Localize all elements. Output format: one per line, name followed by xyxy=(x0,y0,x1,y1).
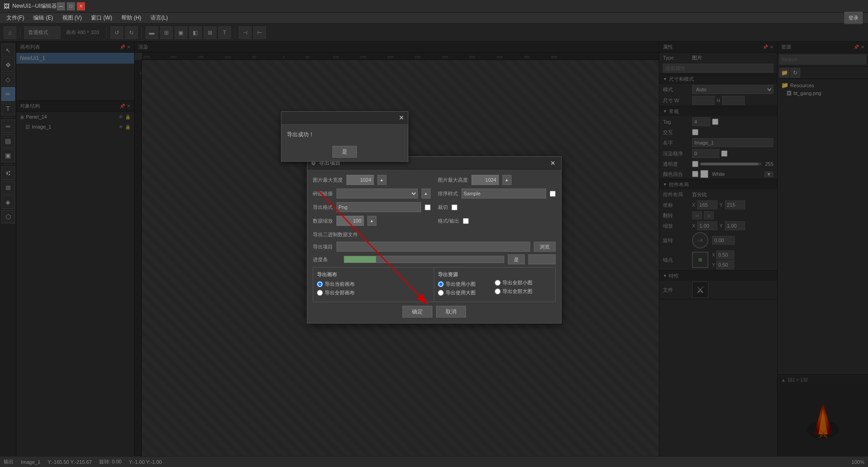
data-scale-up[interactable]: ▲ xyxy=(367,216,376,226)
canvas-section: 导出画布 导出当前画布 导出全部画布 xyxy=(313,268,434,302)
sprite-select[interactable] xyxy=(336,189,418,199)
all-big-row: 导出全部大图 xyxy=(495,288,552,295)
max-height-field: 图片最大高度 ▲ xyxy=(438,175,556,185)
format-output-field: 格式/输出 xyxy=(438,216,556,226)
small-use-row: 导出使用小图 xyxy=(438,281,495,288)
menu-file[interactable]: 文件(F) xyxy=(2,13,29,23)
maximize-button[interactable]: □ xyxy=(67,2,75,10)
all-big-label: 导出全部大图 xyxy=(502,288,532,295)
progress-row: 进度条 是 xyxy=(313,254,556,264)
crop-checkbox[interactable] xyxy=(452,204,457,210)
data-scale-input[interactable] xyxy=(336,216,364,226)
sort-style-checkbox[interactable] xyxy=(550,191,556,197)
export-format-field: 导出格式 xyxy=(313,202,431,212)
resource-left: 导出资源 导出使用小图 导出使用大图 xyxy=(438,271,495,298)
resource-right: 导出全部小图 导出全部大图 xyxy=(495,271,552,298)
app-icon: 🖼 xyxy=(4,3,10,10)
title-text: NewUi1--UI编辑器 xyxy=(12,2,57,10)
progress-fill xyxy=(344,256,376,263)
current-canvas-label: 导出当前画布 xyxy=(325,281,355,288)
export-dialog-grid: 图片最大宽度 ▲ 图片最大高度 ▲ 碎图链接 ▲ 排序样式 xyxy=(313,175,556,226)
export-format-input[interactable] xyxy=(336,202,421,212)
big-use-radio[interactable] xyxy=(438,290,444,296)
sort-style-input[interactable] xyxy=(462,189,546,199)
export-dialog-buttons: 确定 取消 xyxy=(313,306,556,318)
sort-style-label: 排序样式 xyxy=(438,190,458,197)
sprite-up[interactable]: ▲ xyxy=(421,189,431,199)
close-button[interactable]: ✕ xyxy=(77,2,85,10)
sort-style-field: 排序样式 xyxy=(438,189,556,199)
resource-section-title: 导出资源 xyxy=(438,271,495,278)
status-scale: Y:-1.00 Y:-1.00 xyxy=(129,459,162,465)
progress-cancel-btn[interactable] xyxy=(528,254,556,264)
success-message: 导出成功！ xyxy=(287,131,314,138)
progress-yes-btn[interactable]: 是 xyxy=(508,254,525,264)
progress-label: 进度条 xyxy=(313,256,340,263)
browse-button[interactable]: 浏览 xyxy=(534,242,556,252)
export-sections: 导出画布 导出当前画布 导出全部画布 导出资源 xyxy=(313,267,556,302)
small-use-label: 导出使用小图 xyxy=(446,281,476,288)
export-cancel-btn[interactable]: 取消 xyxy=(436,306,466,318)
minimize-button[interactable]: — xyxy=(57,2,65,10)
menu-language[interactable]: 语言(L) xyxy=(146,13,173,23)
all-small-label: 导出全部小图 xyxy=(502,279,532,286)
canvas-section-title: 导出画布 xyxy=(317,271,430,278)
menu-edit[interactable]: 编辑 (E) xyxy=(29,13,57,23)
export-dialog: ⚙ 导出项目 ✕ 图片最大宽度 ▲ 图片最大高度 ▲ 碎图 xyxy=(307,156,562,323)
success-dialog: ✕ 导出成功！ 是 xyxy=(281,111,408,162)
resource-right-spacer xyxy=(495,271,552,279)
format-output-checkbox[interactable] xyxy=(463,218,469,224)
all-small-row: 导出全部小图 xyxy=(495,279,552,286)
all-big-radio[interactable] xyxy=(495,288,501,294)
resource-section: 导出资源 导出使用小图 导出使用大图 xyxy=(434,268,555,302)
modal-overlay: ⚙ 导出项目 ✕ 图片最大宽度 ▲ 图片最大高度 ▲ 碎图 xyxy=(0,24,868,456)
max-width-up[interactable]: ▲ xyxy=(377,175,386,185)
crop-field: 裁切 xyxy=(438,202,556,212)
export-format-checkbox[interactable] xyxy=(425,204,431,210)
status-bar: 输出 Image_1 Y:-165.50 Y:-215.67 旋转: 0.00 … xyxy=(0,456,868,467)
menu-bar: 文件(F) 编辑 (E) 视图 (V) 窗口 (W) 帮助 (H) 语言(L) … xyxy=(0,13,868,24)
export-binary-label: 导出二进制数据文件 xyxy=(313,231,358,238)
sprite-label: 碎图链接 xyxy=(313,190,333,197)
current-canvas-row: 导出当前画布 xyxy=(317,281,430,288)
status-zoom: 100% xyxy=(852,459,864,465)
export-path-row: 导出项目 浏览 xyxy=(313,242,556,252)
login-button[interactable]: 登录 xyxy=(844,12,863,25)
success-dialog-buttons: 是 xyxy=(281,142,408,161)
max-height-input[interactable] xyxy=(472,175,499,185)
status-output: 输出 xyxy=(4,458,14,465)
menu-help[interactable]: 帮助 (H) xyxy=(117,13,146,23)
big-use-label: 导出使用大图 xyxy=(446,289,476,296)
all-small-radio[interactable] xyxy=(495,280,501,286)
status-rotation: 旋转: 0.00 xyxy=(99,458,122,465)
max-width-label: 图片最大宽度 xyxy=(313,177,343,184)
all-canvas-radio[interactable] xyxy=(317,290,323,296)
max-height-up[interactable]: ▲ xyxy=(502,175,512,185)
export-binary-field: 导出二进制数据文件 xyxy=(313,231,556,238)
export-confirm-btn[interactable]: 确定 xyxy=(402,306,432,318)
status-coord: Y:-165.50 Y:-215.67 xyxy=(48,459,92,465)
format-output-label: 格式/输出 xyxy=(438,218,459,224)
all-canvas-label: 导出全部画布 xyxy=(325,289,355,296)
menu-window[interactable]: 窗口 (W) xyxy=(86,13,117,23)
max-width-input[interactable] xyxy=(346,175,374,185)
export-path-input[interactable] xyxy=(336,242,530,252)
title-bar: 🖼 NewUi1--UI编辑器 — □ ✕ xyxy=(0,0,868,13)
export-dialog-close[interactable]: ✕ xyxy=(548,159,557,167)
big-use-row: 导出使用大图 xyxy=(438,289,495,296)
success-confirm-btn[interactable]: 是 xyxy=(332,146,357,158)
window-controls: — □ ✕ xyxy=(57,2,85,10)
success-dialog-title: ✕ xyxy=(281,112,408,124)
data-scale-field: 数据缩放 ▲ xyxy=(313,216,431,226)
small-use-radio[interactable] xyxy=(438,281,444,287)
status-image: Image_1 xyxy=(21,459,40,465)
max-height-label: 图片最大高度 xyxy=(438,177,468,184)
data-scale-label: 数据缩放 xyxy=(313,218,333,224)
current-canvas-radio[interactable] xyxy=(317,281,323,287)
menu-view[interactable]: 视图 (V) xyxy=(58,13,86,23)
crop-label: 裁切 xyxy=(438,204,448,211)
export-path-label: 导出项目 xyxy=(313,243,333,250)
export-format-label: 导出格式 xyxy=(313,204,333,211)
success-close-btn[interactable]: ✕ xyxy=(399,114,404,121)
export-dialog-body: 图片最大宽度 ▲ 图片最大高度 ▲ 碎图链接 ▲ 排序样式 xyxy=(307,169,561,323)
